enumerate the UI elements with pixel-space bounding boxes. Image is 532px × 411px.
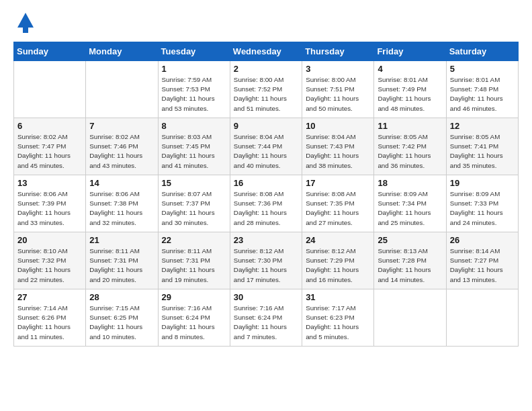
day-number: 26 bbox=[450, 235, 515, 245]
day-number: 21 bbox=[89, 235, 154, 245]
day-info: Sunrise: 7:59 AMSunset: 7:53 PMDaylight:… bbox=[162, 75, 226, 113]
calendar-cell: 23Sunrise: 8:12 AMSunset: 7:30 PMDayligh… bbox=[230, 232, 302, 289]
calendar-cell bbox=[86, 61, 158, 118]
calendar-cell: 18Sunrise: 8:09 AMSunset: 7:34 PMDayligh… bbox=[374, 175, 446, 232]
calendar-cell: 10Sunrise: 8:04 AMSunset: 7:43 PMDayligh… bbox=[302, 118, 374, 175]
day-info: Sunrise: 7:17 AMSunset: 6:23 PMDaylight:… bbox=[306, 304, 370, 342]
weekday-header-row: SundayMondayTuesdayWednesdayThursdayFrid… bbox=[14, 42, 519, 61]
calendar-cell: 31Sunrise: 7:17 AMSunset: 6:23 PMDayligh… bbox=[302, 289, 374, 347]
day-info: Sunrise: 8:06 AMSunset: 7:39 PMDaylight:… bbox=[17, 189, 82, 228]
calendar-cell: 14Sunrise: 8:06 AMSunset: 7:38 PMDayligh… bbox=[86, 175, 158, 232]
svg-marker-0 bbox=[17, 13, 34, 28]
day-info: Sunrise: 8:09 AMSunset: 7:34 PMDaylight:… bbox=[378, 189, 442, 228]
day-number: 23 bbox=[234, 235, 298, 245]
day-info: Sunrise: 8:02 AMSunset: 7:46 PMDaylight:… bbox=[89, 132, 154, 171]
day-info: Sunrise: 8:06 AMSunset: 7:38 PMDaylight:… bbox=[89, 189, 154, 228]
calendar-cell bbox=[14, 61, 86, 118]
day-number: 9 bbox=[234, 121, 298, 131]
calendar-cell: 24Sunrise: 8:12 AMSunset: 7:29 PMDayligh… bbox=[302, 232, 374, 289]
day-info: Sunrise: 8:01 AMSunset: 7:48 PMDaylight:… bbox=[450, 75, 515, 113]
day-number: 27 bbox=[17, 292, 82, 302]
day-number: 7 bbox=[89, 121, 154, 131]
day-info: Sunrise: 8:00 AMSunset: 7:52 PMDaylight:… bbox=[234, 75, 298, 113]
calendar-cell: 12Sunrise: 8:05 AMSunset: 7:41 PMDayligh… bbox=[446, 118, 518, 175]
calendar-cell: 6Sunrise: 8:02 AMSunset: 7:47 PMDaylight… bbox=[14, 118, 86, 175]
day-number: 24 bbox=[306, 235, 370, 245]
day-number: 29 bbox=[162, 292, 226, 302]
day-info: Sunrise: 8:08 AMSunset: 7:36 PMDaylight:… bbox=[234, 189, 298, 228]
calendar-cell bbox=[374, 289, 446, 347]
day-number: 16 bbox=[234, 178, 298, 188]
day-number: 8 bbox=[162, 121, 226, 131]
day-info: Sunrise: 7:16 AMSunset: 6:24 PMDaylight:… bbox=[162, 304, 226, 342]
day-number: 11 bbox=[378, 121, 442, 131]
calendar-cell: 8Sunrise: 8:03 AMSunset: 7:45 PMDaylight… bbox=[158, 118, 230, 175]
weekday-header-sunday: Sunday bbox=[14, 42, 86, 61]
day-number: 14 bbox=[89, 178, 154, 188]
weekday-header-monday: Monday bbox=[86, 42, 158, 61]
calendar-cell: 19Sunrise: 8:09 AMSunset: 7:33 PMDayligh… bbox=[446, 175, 518, 232]
weekday-header-thursday: Thursday bbox=[302, 42, 374, 61]
calendar-week-3: 20Sunrise: 8:10 AMSunset: 7:32 PMDayligh… bbox=[14, 232, 519, 289]
day-number: 5 bbox=[450, 64, 515, 74]
day-number: 19 bbox=[450, 178, 515, 188]
calendar-cell: 1Sunrise: 7:59 AMSunset: 7:53 PMDaylight… bbox=[158, 61, 230, 118]
svg-rect-1 bbox=[23, 28, 28, 33]
logo-icon bbox=[13, 11, 38, 35]
day-info: Sunrise: 8:08 AMSunset: 7:35 PMDaylight:… bbox=[306, 189, 370, 228]
day-info: Sunrise: 8:09 AMSunset: 7:33 PMDaylight:… bbox=[450, 189, 515, 228]
calendar-week-4: 27Sunrise: 7:14 AMSunset: 6:26 PMDayligh… bbox=[14, 289, 519, 347]
calendar-cell: 21Sunrise: 8:11 AMSunset: 7:31 PMDayligh… bbox=[86, 232, 158, 289]
weekday-header-wednesday: Wednesday bbox=[230, 42, 302, 61]
day-number: 12 bbox=[450, 121, 515, 131]
logo bbox=[13, 11, 39, 35]
day-number: 20 bbox=[17, 235, 82, 245]
day-info: Sunrise: 8:04 AMSunset: 7:43 PMDaylight:… bbox=[306, 132, 370, 171]
day-info: Sunrise: 8:12 AMSunset: 7:29 PMDaylight:… bbox=[306, 246, 370, 285]
weekday-header-friday: Friday bbox=[374, 42, 446, 61]
calendar-cell: 17Sunrise: 8:08 AMSunset: 7:35 PMDayligh… bbox=[302, 175, 374, 232]
day-info: Sunrise: 8:07 AMSunset: 7:37 PMDaylight:… bbox=[162, 189, 226, 228]
day-number: 15 bbox=[162, 178, 226, 188]
day-info: Sunrise: 8:04 AMSunset: 7:44 PMDaylight:… bbox=[234, 132, 298, 171]
calendar-table: SundayMondayTuesdayWednesdayThursdayFrid… bbox=[13, 42, 519, 347]
day-number: 22 bbox=[162, 235, 226, 245]
day-number: 4 bbox=[378, 64, 442, 74]
calendar-cell: 4Sunrise: 8:01 AMSunset: 7:49 PMDaylight… bbox=[374, 61, 446, 118]
day-info: Sunrise: 7:14 AMSunset: 6:26 PMDaylight:… bbox=[17, 304, 82, 342]
calendar-cell: 28Sunrise: 7:15 AMSunset: 6:25 PMDayligh… bbox=[86, 289, 158, 347]
calendar-cell: 5Sunrise: 8:01 AMSunset: 7:48 PMDaylight… bbox=[446, 61, 518, 118]
calendar-cell: 29Sunrise: 7:16 AMSunset: 6:24 PMDayligh… bbox=[158, 289, 230, 347]
calendar-week-2: 13Sunrise: 8:06 AMSunset: 7:39 PMDayligh… bbox=[14, 175, 519, 232]
calendar-cell: 26Sunrise: 8:14 AMSunset: 7:27 PMDayligh… bbox=[446, 232, 518, 289]
day-number: 3 bbox=[306, 64, 370, 74]
calendar-cell: 27Sunrise: 7:14 AMSunset: 6:26 PMDayligh… bbox=[14, 289, 86, 347]
calendar-week-0: 1Sunrise: 7:59 AMSunset: 7:53 PMDaylight… bbox=[14, 61, 519, 118]
day-number: 17 bbox=[306, 178, 370, 188]
calendar-cell: 16Sunrise: 8:08 AMSunset: 7:36 PMDayligh… bbox=[230, 175, 302, 232]
calendar-cell: 9Sunrise: 8:04 AMSunset: 7:44 PMDaylight… bbox=[230, 118, 302, 175]
calendar-cell: 7Sunrise: 8:02 AMSunset: 7:46 PMDaylight… bbox=[86, 118, 158, 175]
calendar-week-1: 6Sunrise: 8:02 AMSunset: 7:47 PMDaylight… bbox=[14, 118, 519, 175]
day-number: 10 bbox=[306, 121, 370, 131]
day-number: 30 bbox=[234, 292, 298, 302]
day-number: 6 bbox=[17, 121, 82, 131]
day-info: Sunrise: 8:00 AMSunset: 7:51 PMDaylight:… bbox=[306, 75, 370, 113]
calendar-cell: 13Sunrise: 8:06 AMSunset: 7:39 PMDayligh… bbox=[14, 175, 86, 232]
calendar-cell: 20Sunrise: 8:10 AMSunset: 7:32 PMDayligh… bbox=[14, 232, 86, 289]
calendar-cell: 2Sunrise: 8:00 AMSunset: 7:52 PMDaylight… bbox=[230, 61, 302, 118]
day-info: Sunrise: 8:14 AMSunset: 7:27 PMDaylight:… bbox=[450, 246, 515, 285]
day-info: Sunrise: 7:15 AMSunset: 6:25 PMDaylight:… bbox=[89, 304, 154, 342]
day-info: Sunrise: 8:10 AMSunset: 7:32 PMDaylight:… bbox=[17, 246, 82, 285]
page: SundayMondayTuesdayWednesdayThursdayFrid… bbox=[0, 0, 532, 353]
day-info: Sunrise: 8:11 AMSunset: 7:31 PMDaylight:… bbox=[89, 246, 154, 285]
day-info: Sunrise: 8:02 AMSunset: 7:47 PMDaylight:… bbox=[17, 132, 82, 171]
calendar-cell: 3Sunrise: 8:00 AMSunset: 7:51 PMDaylight… bbox=[302, 61, 374, 118]
day-info: Sunrise: 8:05 AMSunset: 7:42 PMDaylight:… bbox=[378, 132, 442, 171]
weekday-header-tuesday: Tuesday bbox=[158, 42, 230, 61]
day-info: Sunrise: 8:13 AMSunset: 7:28 PMDaylight:… bbox=[378, 246, 442, 285]
day-info: Sunrise: 8:05 AMSunset: 7:41 PMDaylight:… bbox=[450, 132, 515, 171]
day-info: Sunrise: 8:12 AMSunset: 7:30 PMDaylight:… bbox=[234, 246, 298, 285]
day-number: 1 bbox=[162, 64, 226, 74]
calendar-cell bbox=[446, 289, 518, 347]
